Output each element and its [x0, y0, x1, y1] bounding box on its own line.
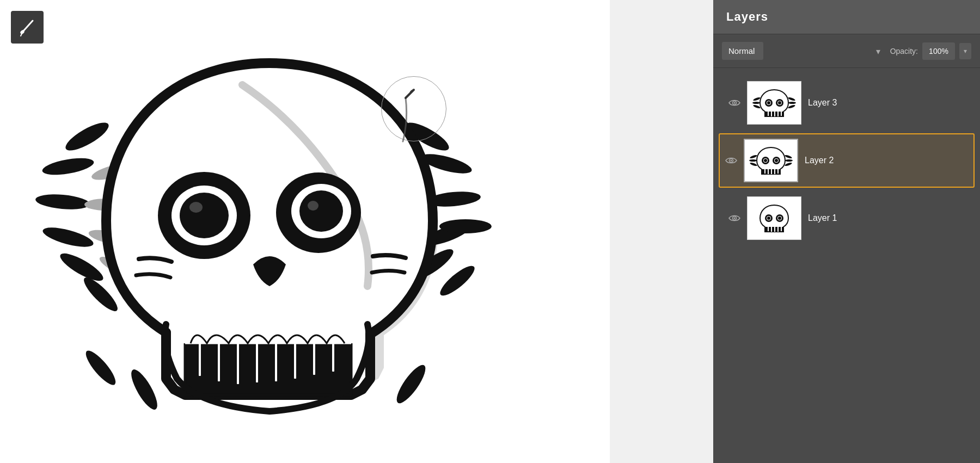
svg-point-58 [788, 104, 796, 109]
svg-point-77 [785, 162, 793, 166]
layer3-name: Layer 3 [808, 98, 965, 108]
svg-line-0 [23, 21, 33, 32]
svg-rect-38 [256, 343, 258, 382]
opacity-dropdown-button[interactable]: ▾ [959, 43, 971, 59]
svg-point-25 [82, 347, 120, 388]
svg-point-75 [785, 154, 793, 159]
svg-point-23 [437, 262, 479, 300]
blend-mode-wrapper: Normal Multiply Screen Overlay Darken Li… [722, 42, 886, 60]
svg-rect-60 [771, 112, 772, 116]
layers-panel: Layers Normal Multiply Screen Overlay Da… [713, 0, 980, 463]
svg-point-72 [750, 154, 758, 159]
svg-point-76 [785, 159, 793, 162]
svg-rect-93 [774, 227, 775, 232]
svg-point-73 [749, 159, 757, 162]
blend-mode-select[interactable]: Normal Multiply Screen Overlay Darken Li… [722, 42, 763, 60]
svg-rect-78 [764, 169, 765, 174]
layers-title: Layers [726, 10, 768, 23]
svg-rect-42 [332, 343, 334, 372]
svg-rect-91 [768, 227, 769, 231]
svg-point-57 [788, 102, 796, 104]
eye-icon-layer2[interactable] [725, 156, 737, 165]
svg-point-22 [439, 219, 492, 233]
svg-point-33 [299, 190, 343, 232]
svg-point-49 [767, 101, 770, 104]
svg-point-34 [308, 201, 318, 211]
svg-point-6 [41, 224, 95, 251]
eye-icon-layer3[interactable] [728, 98, 740, 107]
svg-rect-82 [777, 169, 779, 174]
svg-point-24 [127, 366, 162, 413]
layer3-thumbnail [747, 81, 801, 125]
svg-rect-40 [294, 343, 296, 379]
layer-item-2[interactable]: Layer 2 [719, 133, 975, 188]
svg-rect-80 [771, 169, 772, 174]
layers-panel-header: Layers [713, 0, 980, 34]
layer1-thumbnail [747, 196, 801, 240]
svg-point-56 [788, 96, 796, 101]
svg-point-46 [734, 102, 736, 104]
canvas-area[interactable] [0, 0, 610, 463]
layers-list: Layer 3 [713, 68, 980, 463]
layers-controls: Normal Multiply Screen Overlay Darken Li… [713, 34, 980, 68]
svg-point-65 [731, 160, 732, 162]
svg-point-29 [180, 193, 229, 238]
layer2-name: Layer 2 [805, 156, 968, 165]
svg-rect-37 [237, 343, 239, 384]
svg-point-5 [35, 192, 90, 211]
layer1-name: Layer 1 [808, 213, 965, 223]
svg-rect-62 [777, 112, 779, 116]
svg-point-53 [753, 96, 761, 101]
svg-rect-94 [777, 227, 779, 232]
svg-rect-41 [313, 343, 315, 375]
svg-line-2 [21, 34, 22, 36]
svg-point-68 [764, 159, 767, 162]
skull-illustration [35, 20, 525, 444]
svg-point-7 [57, 249, 107, 286]
opacity-value: 100% [922, 42, 955, 60]
svg-point-90 [778, 217, 781, 220]
layer2-thumbnail [744, 139, 798, 182]
svg-point-4 [41, 155, 95, 177]
svg-rect-79 [768, 169, 769, 174]
svg-point-26 [392, 361, 430, 407]
svg-point-52 [778, 101, 781, 104]
eye-icon-layer1[interactable] [728, 214, 740, 223]
opacity-label: Opacity: [890, 47, 918, 55]
svg-point-71 [775, 159, 778, 162]
svg-point-30 [189, 202, 203, 213]
layer-item-3[interactable]: Layer 3 [721, 76, 972, 130]
svg-point-55 [753, 104, 761, 109]
svg-rect-39 [275, 343, 277, 381]
svg-rect-92 [771, 227, 772, 232]
svg-point-87 [767, 217, 770, 220]
svg-rect-63 [781, 112, 782, 116]
svg-point-74 [750, 162, 758, 166]
svg-point-3 [62, 118, 112, 155]
svg-rect-35 [199, 343, 201, 376]
svg-point-54 [752, 102, 760, 104]
svg-rect-95 [781, 227, 782, 231]
svg-point-84 [734, 218, 736, 219]
svg-rect-36 [218, 343, 220, 381]
layer-item-1[interactable]: Layer 1 [721, 191, 972, 245]
svg-rect-61 [774, 112, 775, 116]
svg-rect-59 [768, 112, 769, 116]
svg-rect-81 [774, 169, 775, 174]
